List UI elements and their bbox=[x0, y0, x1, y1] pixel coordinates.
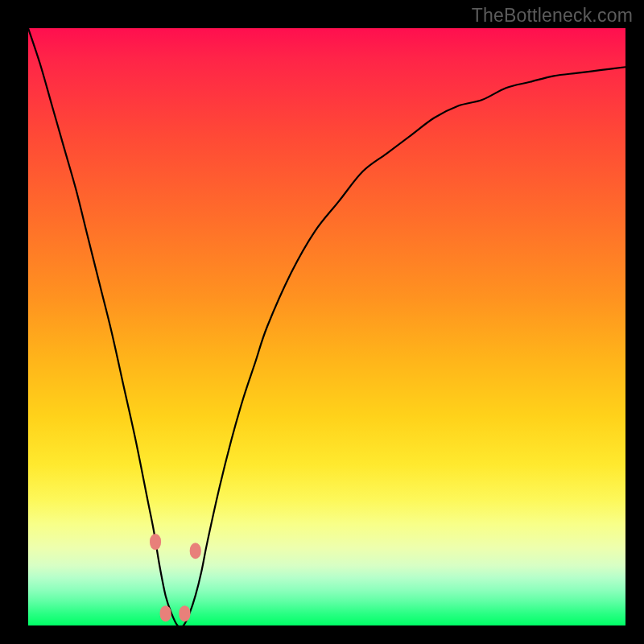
marker-dot bbox=[179, 605, 190, 621]
bottleneck-curve-path bbox=[28, 28, 625, 625]
marker-dot bbox=[160, 605, 171, 621]
marker-dot bbox=[190, 543, 201, 559]
watermark-text: TheBottleneck.com bbox=[472, 5, 633, 27]
marker-dot bbox=[150, 534, 161, 550]
curve-markers bbox=[150, 534, 201, 621]
chart-frame: TheBottleneck.com bbox=[0, 0, 644, 644]
plot-area bbox=[28, 28, 625, 625]
curve-svg bbox=[28, 28, 625, 625]
